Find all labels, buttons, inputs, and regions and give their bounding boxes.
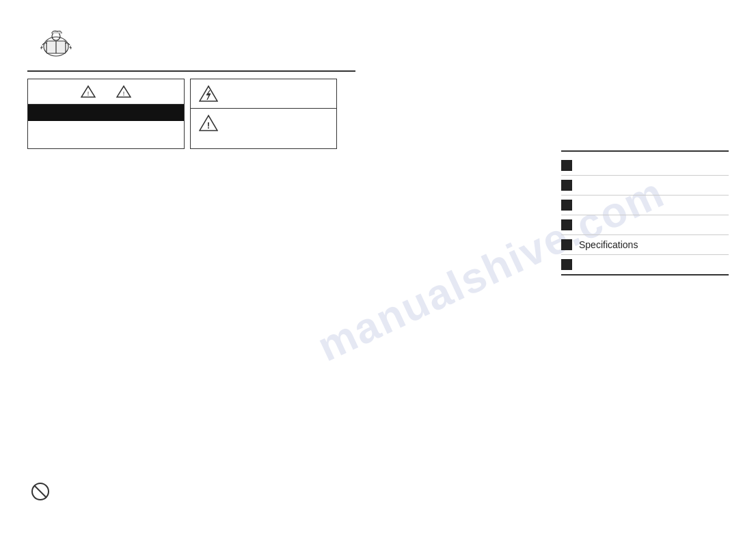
sidebar-square-2 (561, 180, 572, 191)
svg-text:!: ! (87, 90, 90, 97)
sidebar-item-specifications[interactable]: Specifications (561, 235, 729, 255)
sidebar-item-4[interactable] (561, 215, 729, 235)
sidebar-item-1[interactable] (561, 156, 729, 176)
warning-right-box: ! (190, 79, 337, 149)
svg-text:!: ! (207, 120, 210, 131)
sidebar-square-5 (561, 239, 572, 250)
warning-triangle-icon-2: ! (116, 85, 131, 98)
sidebar-square-4 (561, 219, 572, 230)
logo-area (27, 27, 383, 65)
sidebar-top-divider (561, 150, 729, 152)
prohibited-icon (31, 482, 50, 501)
warning-electric-icon (199, 85, 218, 103)
sidebar-square-1 (561, 160, 572, 171)
warning-right-row-1 (191, 79, 336, 108)
sidebar-item-2[interactable] (561, 176, 729, 196)
warning-left-body (28, 105, 184, 121)
svg-text:!: ! (123, 90, 125, 97)
warning-table: ! ! (27, 79, 383, 149)
warning-left-header: ! ! (28, 79, 184, 105)
warning-left-footer (28, 121, 184, 148)
warning-left-box: ! ! (27, 79, 185, 149)
main-content: ! ! (27, 27, 383, 149)
warning-right-row-2: ! (191, 108, 336, 137)
warning-triangle-icon-1: ! (81, 85, 96, 98)
sidebar-square-6 (561, 259, 572, 270)
bottom-icon-area (31, 482, 50, 504)
warning-general-icon: ! (199, 114, 218, 132)
top-divider (27, 70, 355, 72)
sidebar-item-6[interactable] (561, 255, 729, 275)
sidebar-item-3[interactable] (561, 196, 729, 215)
svg-line-12 (34, 485, 46, 498)
logo-icon (27, 27, 82, 65)
right-sidebar: Specifications (561, 150, 729, 275)
sidebar-square-3 (561, 200, 572, 211)
sidebar-label-specifications: Specifications (579, 239, 638, 250)
